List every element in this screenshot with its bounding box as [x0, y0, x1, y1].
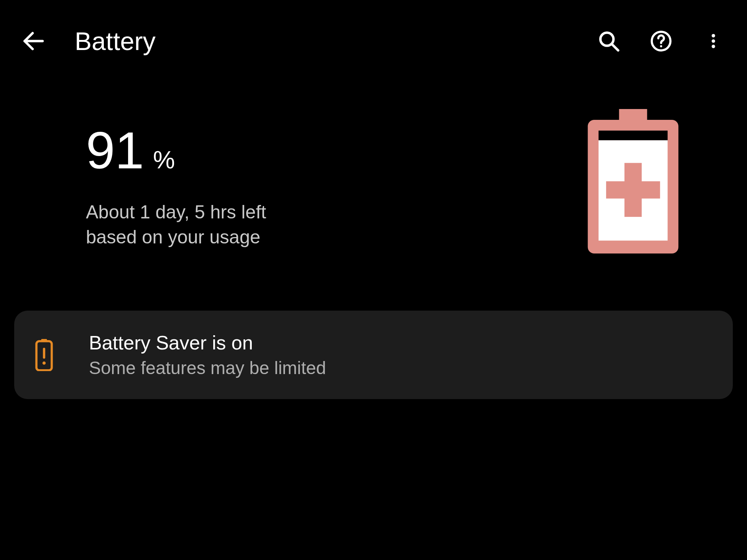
- battery-saver-card-title: Battery Saver is on: [89, 332, 326, 354]
- battery-estimate: About 1 day, 5 hrs left based on your us…: [86, 200, 579, 250]
- battery-saver-card[interactable]: Battery Saver is on Some features may be…: [14, 311, 733, 399]
- help-icon: [650, 30, 672, 52]
- appbar: Battery: [0, 0, 747, 67]
- svg-line-2: [612, 44, 618, 50]
- svg-point-6: [712, 39, 715, 43]
- battery-plus-icon: [579, 109, 687, 255]
- battery-alert-icon: [33, 338, 55, 372]
- search-button[interactable]: [590, 22, 627, 60]
- search-icon: [598, 30, 620, 52]
- battery-saver-card-subtitle: Some features may be limited: [89, 358, 326, 378]
- more-vert-icon: [705, 30, 722, 52]
- svg-point-4: [660, 45, 662, 47]
- battery-summary-text: 91 % About 1 day, 5 hrs left based on yo…: [86, 124, 579, 250]
- battery-percentage: 91 %: [86, 124, 579, 177]
- svg-rect-13: [606, 181, 660, 199]
- battery-percentage-unit: %: [153, 147, 175, 172]
- svg-point-5: [712, 34, 715, 37]
- help-button[interactable]: [642, 22, 680, 60]
- arrow-back-icon: [22, 29, 46, 53]
- svg-rect-10: [599, 131, 668, 140]
- battery-estimate-line1: About 1 day, 5 hrs left: [86, 200, 579, 225]
- svg-point-17: [43, 361, 46, 365]
- svg-point-7: [712, 45, 715, 48]
- battery-summary: 91 % About 1 day, 5 hrs left based on yo…: [0, 67, 747, 255]
- svg-rect-16: [43, 348, 45, 358]
- overflow-menu-button[interactable]: [695, 22, 732, 60]
- page-title: Battery: [75, 27, 156, 56]
- battery-estimate-line2: based on your usage: [86, 225, 579, 250]
- back-button[interactable]: [15, 22, 52, 60]
- battery-saver-card-text: Battery Saver is on Some features may be…: [89, 332, 326, 378]
- battery-illustration: [579, 109, 687, 255]
- battery-percentage-value: 91: [86, 124, 144, 177]
